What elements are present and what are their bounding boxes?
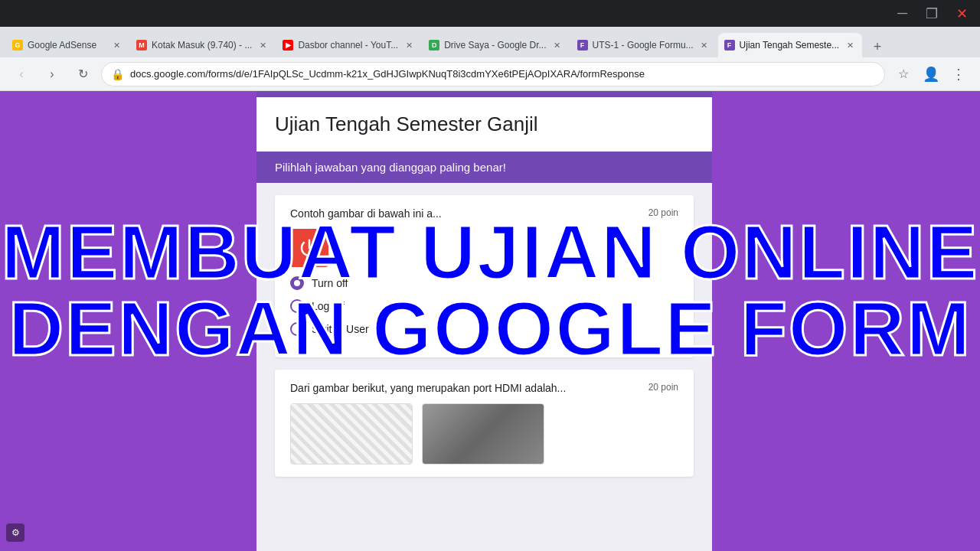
menu-button[interactable]: ⋮ [946,62,971,86]
tab-close-gmail[interactable]: ✕ [256,39,269,51]
tab-adsense[interactable]: G Google AdSense ✕ [6,33,129,57]
page-content: MEMBUAT UJIAN ONLINE DENGAN GOOGLE FORM … [0,91,980,551]
tab-label-forms2: Ujian Tengah Semeste... [740,40,840,51]
question-image-icon [290,229,328,267]
browser-frame: ─ ❐ ✕ G Google AdSense ✕ M Kotak Masuk (… [0,0,980,551]
tab-favicon-adsense: G [12,40,23,51]
tab-close-forms1[interactable]: ✕ [698,39,710,51]
tab-close-adsense[interactable]: ✕ [110,39,122,51]
forward-button[interactable]: › [40,62,64,86]
profile-button[interactable]: 👤 [919,62,943,86]
maximize-button[interactable]: ❐ [920,2,944,25]
form-body: Contoh gambar di bawah ini a... 20 poin … [256,183,712,501]
info-icon[interactable]: ⚙ [6,523,24,542]
question-2-points: 20 poin [648,382,678,393]
back-button[interactable]: ‹ [9,62,34,86]
close-button[interactable]: ✕ [950,2,974,25]
nav-actions: ☆ 👤 ⋮ [891,62,971,86]
power-icon [298,236,321,259]
form-subtitle: Pilihlah jawaban yang dianggap paling be… [275,161,694,174]
image-right-content [423,404,544,464]
tab-favicon-drive: D [429,40,439,51]
image-left-content [291,404,412,464]
bookmark-button[interactable]: ☆ [891,62,916,86]
tab-label-adsense: Google AdSense [28,40,106,51]
question-card-2: Dari gambar berikut, yang merupakan port… [275,370,694,477]
option-turn-off[interactable]: Turn off [290,276,678,290]
nav-bar: ‹ › ↻ 🔒 docs.google.com/forms/d/e/1FAIpQ… [0,57,980,91]
option-log-off-label: Log off [312,300,345,312]
address-bar[interactable]: 🔒 docs.google.com/forms/d/e/1FAIpQLSc_Uc… [101,62,885,86]
tab-gmail[interactable]: M Kotak Masuk (9.740) - ... ✕ [130,33,275,57]
tab-label-gmail: Kotak Masuk (9.740) - ... [152,40,252,51]
question-2-text: Dari gambar berikut, yang merupakan port… [290,382,678,394]
tab-forms1[interactable]: F UTS-1 - Google Formu... ✕ [571,33,717,57]
address-text: docs.google.com/forms/d/e/1FAIpQLSc_Ucdm… [130,68,875,80]
option-switch-user-label: Switch User [312,323,369,335]
title-bar: ─ ❐ ✕ [0,0,980,27]
refresh-button[interactable]: ↻ [70,62,95,86]
form-subtitle-bar: Pilihlah jawaban yang dianggap paling be… [256,152,712,183]
tab-close-youtube[interactable]: ✕ [403,39,415,51]
tab-favicon-youtube: ▶ [283,40,293,51]
new-tab-button[interactable]: + [867,36,888,57]
radio-switch-user[interactable] [290,322,304,336]
radio-log-off[interactable] [290,299,304,313]
minimize-button[interactable]: ─ [891,2,913,24]
tab-close-forms2[interactable]: ✕ [844,39,856,51]
question-1-text: Contoh gambar di bawah ini a... 20 poin [290,207,678,220]
window-controls: ─ ❐ ✕ [891,2,974,25]
tab-bar: G Google AdSense ✕ M Kotak Masuk (9.740)… [0,27,980,57]
option-turn-off-label: Turn off [312,277,348,289]
tab-favicon-gmail: M [136,40,147,51]
option-switch-user[interactable]: Switch User [290,322,678,336]
tab-youtube[interactable]: ▶ Dasbor channel - YouT... ✕ [276,33,421,57]
tab-favicon-forms1: F [577,40,588,51]
form-header: Ujian Tengah Semester Ganjil [256,91,712,152]
image-option-left[interactable] [290,403,413,465]
lock-icon: 🔒 [111,68,124,80]
forms-panel: Ujian Tengah Semester Ganjil Pilihlah ja… [256,91,712,551]
tab-drive[interactable]: D Drive Saya - Google Dr... ✕ [423,33,569,57]
tab-close-drive[interactable]: ✕ [551,39,564,51]
tab-label-youtube: Dasbor channel - YouT... [298,40,398,51]
tab-forms2[interactable]: F Ujian Tengah Semeste... ✕ [718,33,863,57]
tab-label-drive: Drive Saya - Google Dr... [444,40,546,51]
tab-label-forms1: UTS-1 - Google Formu... [593,40,694,51]
image-option-right[interactable] [422,403,544,465]
form-title: Ujian Tengah Semester Ganjil [275,112,694,136]
question-card-1: Contoh gambar di bawah ini a... 20 poin … [275,195,694,357]
question-1-points: 20 poin [648,207,678,218]
image-options [290,403,678,465]
option-log-off[interactable]: Log off [290,299,678,313]
tab-favicon-forms2: F [724,40,735,51]
radio-turn-off[interactable] [290,276,304,290]
